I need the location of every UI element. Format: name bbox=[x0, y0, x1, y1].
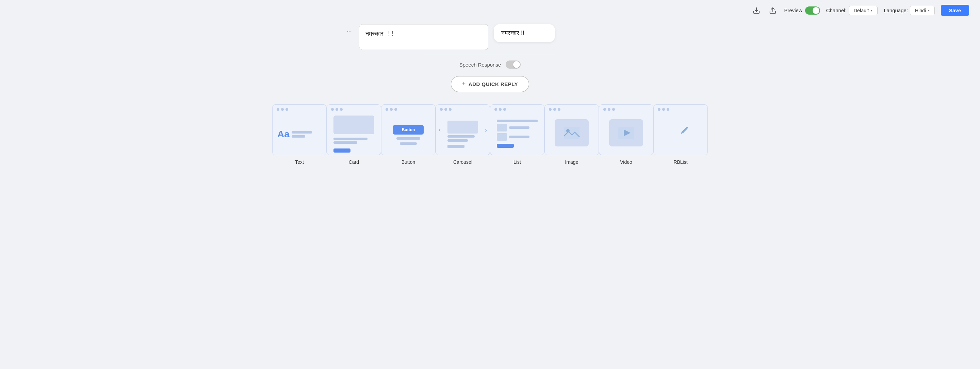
message-input[interactable]: नमस्कार !! bbox=[359, 24, 488, 50]
btn-line-1 bbox=[396, 137, 420, 139]
image-placeholder bbox=[555, 119, 589, 146]
component-card-card[interactable]: Card bbox=[327, 104, 381, 165]
message-options-button[interactable]: ⋯ bbox=[345, 24, 353, 39]
speech-response-label: Speech Response bbox=[460, 62, 501, 68]
rblist-card-label: RBList bbox=[673, 159, 687, 165]
card-dots bbox=[549, 108, 560, 111]
component-card-text[interactable]: Aa Text bbox=[272, 104, 327, 165]
text-aa-label: Aa bbox=[277, 129, 290, 139]
list-row-2 bbox=[497, 133, 538, 141]
add-quick-reply-button[interactable]: + ADD QUICK REPLY bbox=[451, 76, 529, 92]
list-card-content bbox=[497, 112, 538, 148]
component-card-image[interactable]: Image bbox=[544, 104, 599, 165]
button-card-label: Button bbox=[401, 159, 415, 165]
list-row-1 bbox=[497, 124, 538, 131]
card-dots bbox=[440, 108, 452, 111]
card-card-content bbox=[334, 108, 374, 152]
carousel-arrow-left-icon: ‹ bbox=[439, 127, 441, 133]
download-button[interactable] bbox=[751, 5, 762, 16]
card-line-2 bbox=[334, 141, 357, 144]
toolbar: Preview Channel: Default ▾ Language: Hin… bbox=[0, 0, 980, 21]
language-value: Hindi bbox=[915, 8, 926, 13]
card-btn-bar bbox=[334, 149, 350, 152]
component-card-carousel[interactable]: ‹ › Carousel bbox=[436, 104, 490, 165]
text-card-label: Text bbox=[295, 159, 304, 165]
component-cards-row: Aa Text bbox=[286, 104, 694, 165]
card-lines bbox=[334, 136, 374, 145]
carousel-img bbox=[447, 120, 478, 133]
button-card-preview: Button bbox=[381, 104, 436, 155]
text-inner: Aa bbox=[277, 129, 312, 139]
video-card-preview bbox=[599, 104, 653, 155]
text-card-content: Aa bbox=[272, 120, 326, 139]
card-dots bbox=[603, 108, 615, 111]
plus-icon: + bbox=[462, 81, 466, 88]
preview-section: Preview bbox=[784, 6, 820, 14]
card-dots bbox=[277, 108, 288, 111]
video-play-icon bbox=[617, 126, 635, 139]
save-button[interactable]: Save bbox=[941, 5, 969, 16]
upload-icon bbox=[769, 7, 776, 14]
add-quick-reply-label: ADD QUICK REPLY bbox=[469, 81, 518, 87]
carousel-btn-line bbox=[447, 145, 465, 148]
card-img bbox=[334, 116, 374, 134]
component-card-button[interactable]: Button Button bbox=[381, 104, 436, 165]
channel-section: Channel: Default ▾ bbox=[826, 6, 878, 15]
card-dots bbox=[658, 108, 669, 111]
list-img-1 bbox=[497, 124, 507, 131]
btn-preview-bar: Button bbox=[393, 125, 424, 135]
button-card-content: Button bbox=[382, 115, 435, 145]
language-select[interactable]: Hindi ▾ bbox=[910, 6, 935, 15]
preview-toggle[interactable] bbox=[805, 6, 820, 14]
list-header-bar bbox=[497, 120, 538, 122]
image-card-label: Image bbox=[565, 159, 579, 165]
channel-select[interactable]: Default ▾ bbox=[849, 6, 878, 15]
text-card-preview: Aa bbox=[272, 104, 327, 155]
card-dots bbox=[495, 108, 506, 111]
language-label: Language: bbox=[884, 8, 908, 13]
rblist-card-preview bbox=[653, 104, 708, 155]
upload-button[interactable] bbox=[768, 5, 778, 16]
language-section: Language: Hindi ▾ bbox=[884, 6, 935, 15]
speech-response-row: Speech Response bbox=[460, 60, 521, 69]
video-placeholder bbox=[609, 119, 643, 146]
card-line-1 bbox=[334, 138, 368, 140]
dots-icon: ⋯ bbox=[347, 28, 352, 35]
card-dots bbox=[331, 108, 343, 111]
list-card-preview bbox=[490, 104, 544, 155]
video-card-label: Video bbox=[620, 159, 632, 165]
carousel-card-content: ‹ › bbox=[436, 112, 490, 148]
preview-label: Preview bbox=[784, 8, 802, 13]
divider bbox=[425, 55, 555, 55]
channel-value: Default bbox=[854, 8, 869, 13]
message-preview-bubble: नमस्कार !! bbox=[494, 24, 555, 42]
list-action-bar bbox=[497, 144, 514, 148]
card-card-preview bbox=[327, 104, 381, 155]
component-card-list[interactable]: List bbox=[490, 104, 544, 165]
carousel-card-preview: ‹ › bbox=[436, 104, 490, 155]
speech-response-toggle[interactable] bbox=[506, 60, 520, 69]
list-card-label: List bbox=[514, 159, 521, 165]
image-icon bbox=[563, 126, 580, 139]
list-img-2 bbox=[497, 133, 507, 141]
video-card-content bbox=[599, 105, 653, 155]
text-line-1 bbox=[292, 131, 312, 133]
download-icon bbox=[753, 7, 760, 14]
message-row: ⋯ नमस्कार !! नमस्कार !! bbox=[337, 24, 643, 50]
component-card-rblist[interactable]: RBList bbox=[653, 104, 708, 165]
rblist-wrench-icon bbox=[671, 124, 690, 143]
image-card-content bbox=[545, 105, 598, 155]
main-area: ⋯ नमस्कार !! नमस्कार !! Speech Response … bbox=[0, 21, 980, 369]
carousel-line-1 bbox=[447, 135, 475, 138]
carousel-center bbox=[447, 120, 478, 148]
rblist-card-content bbox=[654, 105, 708, 155]
btn-line-2 bbox=[400, 143, 417, 145]
card-card-label: Card bbox=[349, 159, 359, 165]
channel-arrow: ▾ bbox=[871, 8, 872, 12]
carousel-card-label: Carousel bbox=[453, 159, 472, 165]
language-arrow: ▾ bbox=[928, 8, 930, 12]
svg-rect-2 bbox=[564, 127, 579, 139]
image-card-preview bbox=[544, 104, 599, 155]
component-card-video[interactable]: Video bbox=[599, 104, 653, 165]
text-line-2 bbox=[292, 135, 305, 138]
